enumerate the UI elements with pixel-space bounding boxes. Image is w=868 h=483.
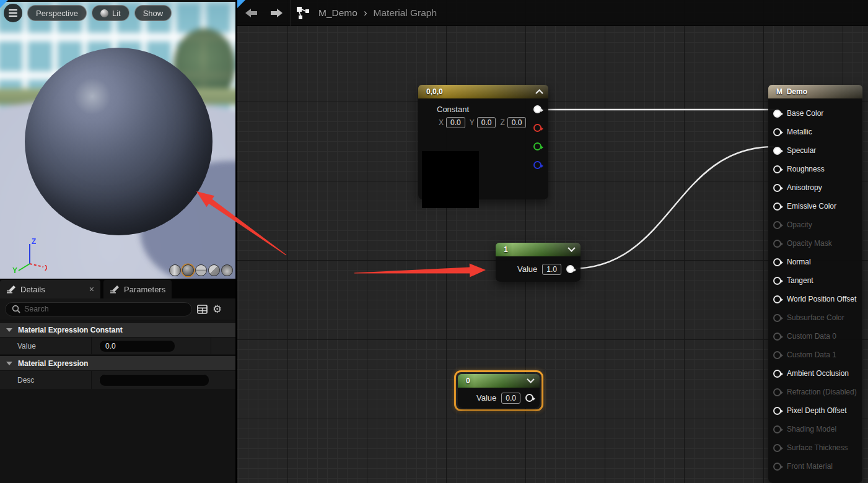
input-pin[interactable]: [773, 463, 781, 471]
search-box[interactable]: [5, 302, 192, 316]
collapse-chevron-up-icon[interactable]: [535, 89, 543, 94]
breadcrumb-current-graph[interactable]: Material Graph: [374, 7, 437, 19]
input-pin[interactable]: [773, 295, 781, 303]
input-pin[interactable]: [773, 184, 781, 192]
value-input[interactable]: 1.0: [542, 264, 561, 275]
material-input-pin-row[interactable]: World Position Offset: [773, 290, 862, 308]
section-material-expression-constant[interactable]: Material Expression Constant: [0, 322, 235, 337]
expand-chevron-down-icon[interactable]: [568, 247, 576, 252]
material-input-pin-row[interactable]: Opacity Mask: [773, 234, 862, 253]
node-constant-zero[interactable]: 0 Value 0.0: [458, 374, 540, 408]
material-input-pin-row[interactable]: Ambient Occlusion: [773, 364, 862, 383]
output-pin-b[interactable]: [533, 161, 541, 169]
perspective-button[interactable]: Perspective: [27, 5, 87, 21]
value-input[interactable]: 0.0: [501, 393, 520, 404]
material-input-pin-row[interactable]: Refraction (Disabled): [773, 383, 862, 401]
material-input-pin-row[interactable]: Metallic: [773, 123, 862, 141]
expand-chevron-down-icon[interactable]: [527, 378, 535, 383]
property-row-value: Value: [0, 337, 235, 354]
component-value-input[interactable]: 0.0: [446, 117, 465, 128]
preview-viewport[interactable]: Perspective Lit Show Z X Y: [0, 0, 235, 279]
material-input-pin-row[interactable]: Base Color: [773, 104, 862, 123]
node-header[interactable]: 1: [496, 243, 581, 256]
material-input-pin-row[interactable]: Roughness: [773, 160, 862, 178]
vector-component-field: X 0.0: [439, 117, 465, 128]
grid-table-icon: [197, 305, 208, 314]
component-value-input[interactable]: 0.0: [507, 117, 527, 128]
input-pin[interactable]: [773, 314, 781, 322]
node-header[interactable]: M_Demo: [768, 85, 862, 98]
input-pin[interactable]: [773, 277, 781, 285]
output-pin-rgb[interactable]: [533, 105, 541, 113]
material-pin-list: Base Color Metallic Specular Rou: [768, 98, 862, 483]
input-pin[interactable]: [773, 388, 781, 396]
input-pin[interactable]: [773, 407, 781, 415]
desc-input[interactable]: [99, 374, 209, 386]
close-tab-icon[interactable]: ×: [89, 284, 94, 294]
material-input-pin-row[interactable]: Pixel Depth Offset: [773, 401, 862, 420]
material-input-pin-row[interactable]: Specular: [773, 141, 862, 160]
output-pin-r[interactable]: [533, 124, 541, 132]
node-output-pins: [533, 105, 541, 169]
output-pin[interactable]: [525, 394, 533, 402]
lit-mode-button[interactable]: Lit: [92, 5, 129, 21]
input-pin[interactable]: [773, 221, 781, 229]
breadcrumb-asset[interactable]: M_Demo: [318, 7, 357, 19]
search-input[interactable]: [24, 305, 179, 313]
section-material-expression[interactable]: Material Expression: [0, 355, 235, 370]
gear-icon: ⚙: [213, 304, 222, 315]
material-input-pin-row[interactable]: Emissive Color: [773, 197, 862, 215]
material-input-pin-row[interactable]: Shading Model: [773, 420, 862, 438]
node-constant-one[interactable]: 1 Value 1.0: [496, 243, 581, 282]
node-preview-swatch: [422, 151, 479, 208]
material-input-pin-row[interactable]: Front Material: [773, 457, 862, 476]
display-filter-grid-button[interactable]: [197, 305, 208, 314]
output-pin[interactable]: [566, 265, 574, 273]
preview-shape-cylinder-button[interactable]: [169, 264, 181, 276]
input-pin[interactable]: [773, 147, 781, 155]
preview-shape-plane-button[interactable]: [195, 264, 207, 276]
hamburger-icon: [9, 9, 17, 11]
material-input-pin-row[interactable]: Normal: [773, 253, 862, 271]
input-pin[interactable]: [773, 370, 781, 378]
input-pin[interactable]: [773, 425, 781, 433]
active-panel-corner-marker: [0, 0, 8, 8]
preview-sphere[interactable]: [25, 48, 213, 235]
input-pin[interactable]: [773, 165, 781, 173]
material-input-pin-row[interactable]: Subsurface Color: [773, 308, 862, 327]
navigate-forward-button[interactable]: [266, 2, 287, 24]
preview-shape-custom-mesh-button[interactable]: [221, 264, 233, 276]
material-input-pin-row[interactable]: Opacity: [773, 215, 862, 234]
node-material-output[interactable]: M_Demo Base Color Metallic: [768, 85, 862, 483]
node-header[interactable]: 0,0,0: [418, 85, 548, 98]
material-input-pin-row[interactable]: Custom Data 1: [773, 346, 862, 364]
details-search-row: ⚙: [0, 298, 235, 320]
input-pin[interactable]: [773, 240, 781, 248]
preview-shape-cube-button[interactable]: [208, 264, 220, 276]
input-pin[interactable]: [773, 110, 781, 118]
preview-shape-sphere-button[interactable]: [182, 264, 194, 276]
details-settings-button[interactable]: ⚙: [213, 304, 222, 315]
material-input-pin-row[interactable]: Tangent: [773, 271, 862, 290]
tab-details[interactable]: Details ×: [0, 280, 100, 298]
material-input-pin-row[interactable]: Anisotropy: [773, 178, 862, 197]
component-value-input[interactable]: 0.0: [477, 117, 496, 128]
tab-parameters[interactable]: Parameters: [103, 280, 172, 298]
material-input-pin-row[interactable]: Custom Data 0: [773, 327, 862, 346]
node-type-label: Constant: [437, 105, 469, 114]
show-button[interactable]: Show: [134, 5, 172, 21]
node-constant-vector[interactable]: 0,0,0 Constant X 0.0 Y: [418, 85, 548, 199]
input-pin[interactable]: [773, 351, 781, 359]
value-input[interactable]: [99, 340, 175, 352]
material-input-pin-row[interactable]: Surface Thickness: [773, 438, 862, 457]
input-pin[interactable]: [773, 258, 781, 266]
input-pin[interactable]: [773, 333, 781, 341]
input-pin[interactable]: [773, 444, 781, 452]
pencil-icon: [6, 285, 16, 294]
node-header[interactable]: 0: [458, 374, 540, 388]
output-pin-g[interactable]: [533, 142, 541, 150]
input-pin[interactable]: [773, 128, 781, 136]
axis-gizmo: Z X Y: [7, 237, 47, 275]
input-pin[interactable]: [773, 202, 781, 211]
material-graph-canvas[interactable]: M_Demo › Material Graph 0,0,0 Constant X: [237, 0, 868, 483]
